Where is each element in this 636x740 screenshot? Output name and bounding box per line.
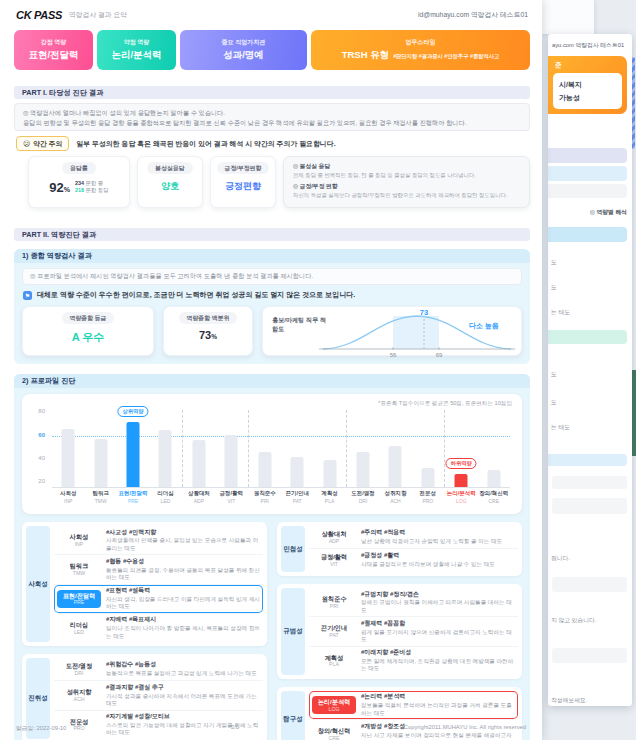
overall-comment: 대체로 역량 수준이 우수한 편이므로, 조금만 더 노력하면 취업 성공의 길… [37, 290, 355, 300]
competency-desc-cell: #긍정성 #활력사태를 긍정적으로 바라보며 생활해 나갈 수 있는 태도 [361, 552, 515, 568]
competency-hashtags: #지배력 #목표제시 [106, 616, 260, 624]
summary-card-work-style: 업무스타일TRSH 유형#판단지향 #결과중시 #안정추구 #종합적사고 [311, 30, 530, 70]
insincerity-card: 불성실응답 양호 [137, 156, 203, 208]
percentile-value: 73 [199, 329, 211, 341]
back-page-row-placeholder [548, 227, 627, 242]
table-row: 성취지향ACH#결과지향 #결실 추구가시적 성과를 중시하며 지속해서 어려운… [54, 681, 263, 710]
competency-desc-cell: #미래지향 #준비성모든 일에 체계적이며, 조직환경 상황에 대한 예방책을 … [361, 649, 515, 672]
profile-bar-chart-card: *표준화 T점수이므로 평균은 50점, 표준편차는 10점임 80604020… [22, 394, 522, 514]
competency-description: 가시적 성과를 중시하며 지속해서 어려운 목표에 도전해 가는 태도 [106, 693, 260, 708]
competency-code: PAT [312, 632, 356, 639]
competency-code: ADP [312, 538, 356, 545]
summary-card-work-values: 중요 직업가치관성과/명예 [180, 30, 307, 70]
bias-value: 긍정편향 [225, 180, 261, 193]
competency-column-left: 사회성사회성INP#사교성 #인맥지향사회생활에서 인맥을 중시, 붙임성 있는… [22, 522, 267, 740]
competency-description: 정해진 규범이나 원칙을 이해하고 따르며 사람들을 대하는 태도 [361, 599, 515, 614]
insincerity-value: 양호 [161, 180, 179, 193]
back-page-text-fragment: 도 [551, 258, 557, 267]
back-page-card-line: 시/복지 [559, 78, 616, 91]
table-row: 원칙준수PRI#규범지향 #정직/겸손정해진 규범이나 원칙을 이해하고 따르며… [309, 588, 518, 617]
competency-hashtags: #표현력 #설득력 [106, 587, 260, 595]
competency-description: 능동적으로 목표를 설정하고 과감성 있게 노력해 나가는 태도 [106, 670, 260, 677]
competency-desc-cell: #규범지향 #정직/겸손정해진 규범이나 원칙을 이해하고 따르며 사람들을 대… [361, 591, 515, 614]
competency-code: TMW [57, 570, 101, 577]
legend-title: ◎ 긍정/부정 편향 [293, 182, 338, 191]
competency-column-right: 민첩성상황대처ADP#주의력 #적응력낯선 상황에 적응하고자 순발력 있게 노… [277, 522, 522, 740]
back-page-card-body: 시/복지 가능성 [553, 73, 622, 109]
response-rate-value: 92 [49, 180, 63, 195]
competency-name-cell: 논리/분석력LOG [312, 696, 356, 714]
table-row: 논리/분석력LOG#논리력 #분석력정보들을 적절히 분석하며 논리적인 과정을… [309, 691, 518, 720]
bar-slot: 도전/열정DRI [346, 410, 379, 487]
summary-card-value-row: 성과/명예 [223, 49, 264, 62]
bar-slot: 창의/혁신력CRE [477, 410, 509, 487]
back-page-row-placeholder [548, 148, 627, 163]
reference-line-60 [52, 436, 510, 437]
competency-group: 규범성원칙준수PRI#규범지향 #정직/겸손정해진 규범이나 원칙을 이해하고 … [277, 584, 522, 679]
y-tick-label: 20 [38, 478, 45, 484]
report-subtitle: 역량검사 결과 요약 [69, 10, 127, 20]
legend-desc: 전체 응답 중 반복적인 응답, 한 줄 응답 등 불성실 응답의 정도를 나타… [293, 172, 476, 179]
table-row: 사회성INP#사교성 #인맥지향사회생활에서 인맥을 중시, 붙임성 있는 모습… [54, 526, 263, 555]
worried-face-icon: 😕 [23, 140, 30, 147]
competency-hashtags: #사교성 #인맥지향 [106, 529, 260, 537]
back-page-section-label: ◎ 역량별 해석 [590, 208, 627, 217]
competency-bar [192, 440, 205, 487]
competency-name: 원칙준수 [312, 595, 356, 603]
competency-name: 상황대처 [312, 530, 356, 538]
summary-card-label: 업무스타일 [406, 38, 436, 47]
back-page-field-placeholder [552, 648, 627, 663]
competency-hashtags: #자기계발 #성찰/모티브 [106, 713, 260, 721]
legend-title: ◎ 불성실 응답 [293, 162, 330, 171]
table-row: 팀워크TMW#협동 #수용성동료들의 의견을 경청, 수용하며 공동의 목표 달… [54, 555, 263, 584]
bar-slot: 원칙준수PRI [248, 410, 281, 487]
overall-comment-row: ⚑ 대체로 역량 수준이 우수한 편이므로, 조금만 더 노력하면 취업 성공의… [23, 290, 521, 300]
brand-logo: CK PASS [16, 9, 62, 21]
competency-name: 표현/전달력 [57, 592, 101, 600]
summary-card-weakness: 약점 역량논리/분석력 [97, 30, 176, 70]
group-rows: 상황대처ADP#주의력 #적응력낯선 상황에 적응하고자 순발력 있게 노력할 … [309, 526, 518, 572]
overall-cards-row: 역량종합 등급 A 우수 역량종합 백분위 73% 홍보/마케팅 직무 적합도 [22, 306, 522, 356]
back-page-row-placeholder [548, 454, 627, 466]
competency-code-label: CRE [471, 498, 515, 504]
back-page-row-placeholder [548, 166, 627, 181]
competency-hashtags: #논리력 #분석력 [361, 693, 515, 701]
competency-name-cell: 리더십LED [57, 621, 101, 635]
job-fit-distribution-chart: 73 다소 높음 56 69 [317, 308, 517, 358]
competency-name-cell: 상황대처ADP [312, 530, 356, 544]
fit-tick-label: 69 [436, 352, 443, 358]
competency-name: 도전/열정 [57, 662, 101, 670]
y-axis-labels: 80604020 [26, 410, 48, 488]
profile-section-header: 2) 프로파일 진단 [14, 374, 530, 388]
competency-description: 낯선 상황에 적응하고자 순발력 있게 노력할 줄 아는 태도 [361, 538, 515, 545]
competency-name: 계획성 [312, 654, 356, 662]
competency-desc-cell: #사교성 #인맥지향사회생활에서 인맥을 중시, 붙임성 있는 모습으로 사람들… [106, 529, 260, 552]
info-line: ◎ 역량검사에 얼마나 빠짐없이 성의 있게 응답했는지 알아볼 수 있습니다. [23, 108, 521, 118]
bottom-competency-badge: 하위역량 [446, 458, 477, 469]
competency-bar [389, 446, 402, 487]
table-row: 긍정/활력VIT#긍정성 #활력사태를 긍정적으로 바라보며 생활해 나갈 수 … [309, 549, 518, 572]
back-page-card-line: 가능성 [559, 91, 616, 104]
competency-desc-cell: #주의력 #적응력낯선 상황에 적응하고자 순발력 있게 노력할 줄 아는 태도 [361, 529, 515, 545]
tscore-note: *표준화 T점수이므로 평균은 50점, 표준편차는 10점임 [378, 400, 512, 408]
summary-card-label: 약점 역량 [124, 38, 150, 47]
back-page-field-placeholder [552, 577, 627, 592]
back-page-text-fragment: 도 [551, 398, 557, 407]
summary-cards-row: 강점 역량표현/전달력약점 역량논리/분석력중요 직업가치관성과/명예업무스타일… [14, 30, 530, 70]
group-rows: 원칙준수PRI#규범지향 #정직/겸손정해진 규범이나 원칙을 이해하고 따르며… [309, 588, 518, 675]
competency-code: INP [57, 541, 101, 548]
profile-section: 2) 프로파일 진단 *표준화 T점수이므로 평균은 50점, 표준편차는 10… [14, 374, 530, 740]
bar-slot: 전문성PRO [412, 410, 444, 487]
competency-hashtags: #절제력 #꼼꼼함 [361, 620, 515, 628]
summary-card-value: TRSH 유형 [342, 49, 390, 62]
stat-value-row: 92% 234 문항 중 218 문항 응답 [49, 178, 108, 196]
competency-bar [455, 474, 468, 487]
competency-bar [225, 435, 238, 487]
competency-description: 사회생활에서 인맥을 중시, 붙임성 있는 모습으로 사람들과 어울리는 태도 [106, 537, 260, 552]
legend-desc: 자신의 특성을 실제보다 긍정적/부정적인 방향으로 과도하게 왜곡하여 응답한… [293, 192, 507, 199]
back-page-text-fragment: 도 [551, 283, 557, 292]
competency-group: 사회성사회성INP#사교성 #인맥지향사회생활에서 인맥을 중시, 붙임성 있는… [22, 522, 267, 646]
competency-description: 자신의 생각, 입장을 드러내고 이를 타인에게 설득력 있게 제시하는 태도 [106, 596, 260, 611]
table-row: 리더십LED#지배력 #목표제시팀이나 조직이 나아가야 할 방향을 제시, 목… [54, 614, 263, 642]
competency-desc-cell: #협동 #수용성동료들의 의견을 경청, 수용하며 공동의 목표 달성을 위해 … [106, 558, 260, 581]
